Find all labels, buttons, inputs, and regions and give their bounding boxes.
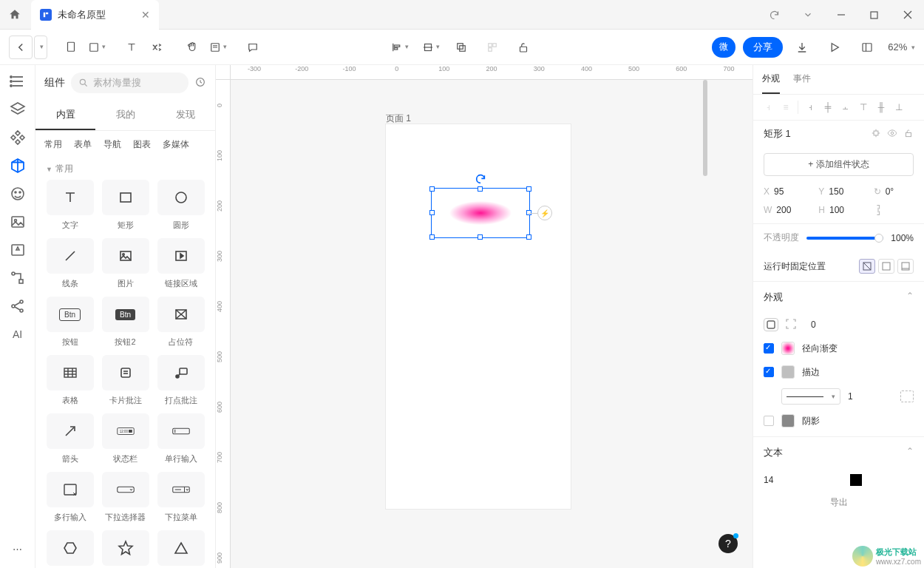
unlock-icon[interactable]	[512, 36, 535, 59]
align-hcenter-icon[interactable]: ╪	[821, 101, 835, 114]
arrange-icon[interactable]: ▾	[418, 36, 442, 59]
stroke-style-select[interactable]: ▾	[781, 388, 840, 405]
zoom-label[interactable]: 62% ▾	[888, 41, 915, 53]
scrollbar-thumb[interactable]	[703, 80, 707, 176]
align-left-icon[interactable]: ▾	[387, 36, 411, 59]
align-vcenter-icon[interactable]: ╫	[874, 101, 889, 114]
comp-circle[interactable]: 圆形	[157, 180, 205, 231]
collapse-icon[interactable]: ⌃	[906, 291, 914, 304]
assets-icon[interactable]	[9, 129, 27, 146]
align-bottom-icon[interactable]: ⊥	[891, 101, 906, 114]
back-button[interactable]	[9, 36, 33, 59]
comp-statusbar[interactable]: 12:00状态栏	[101, 413, 149, 464]
shadow-checkbox[interactable]	[764, 416, 774, 426]
align-right-icon[interactable]: ⫠	[838, 101, 853, 114]
cat-common[interactable]: 常用	[44, 138, 62, 151]
comp-line[interactable]: 线条	[46, 238, 94, 289]
resize-handle-s[interactable]	[478, 234, 483, 240]
document-tab[interactable]: 未命名原型 ✕	[31, 0, 159, 30]
chevron-down-icon[interactable]	[791, 0, 824, 30]
pos-x-field[interactable]: X95	[764, 186, 804, 197]
tab-close-icon[interactable]: ✕	[141, 9, 150, 21]
cat-chart[interactable]: 图表	[133, 138, 151, 151]
hand-tool-icon[interactable]	[180, 36, 204, 59]
constraints-icon[interactable]	[871, 128, 881, 141]
selected-widget[interactable]: ⚡	[432, 189, 529, 237]
text-tool-icon[interactable]	[120, 36, 143, 59]
collapse-text-icon[interactable]: ⌃	[906, 446, 914, 459]
comp-dropdown[interactable]: 下拉选择器	[101, 472, 149, 523]
minimize-icon[interactable]	[824, 0, 857, 30]
resize-handle-n[interactable]	[478, 186, 483, 192]
share-rail-icon[interactable]	[9, 297, 27, 315]
cat-media[interactable]: 多媒体	[163, 138, 189, 151]
width-field[interactable]: W200	[764, 204, 804, 216]
comp-placeholder[interactable]: 占位符	[157, 297, 205, 348]
new-page-icon[interactable]	[59, 36, 83, 59]
resize-handle-ne[interactable]	[526, 186, 531, 192]
canvas[interactable]: -300-200-1000100200300400500600700 01002…	[216, 65, 753, 568]
resize-handle-nw[interactable]	[429, 186, 435, 192]
tab-appearance[interactable]: 外观	[762, 65, 780, 94]
comp-dotnote[interactable]: 打点批注	[157, 355, 205, 406]
home-icon[interactable]	[0, 0, 30, 30]
comp-triangle[interactable]	[157, 530, 205, 568]
visibility-icon[interactable]	[887, 128, 897, 141]
resize-handle-sw[interactable]	[429, 234, 435, 240]
comp-text[interactable]: 文字	[46, 180, 94, 231]
shape-tool-icon[interactable]: ▾	[84, 36, 108, 59]
download-icon[interactable]	[790, 36, 814, 59]
fill-swatch[interactable]	[781, 342, 795, 355]
opacity-slider[interactable]	[806, 237, 883, 240]
comp-arrow[interactable]: 箭头	[46, 413, 94, 464]
connector-tool-icon[interactable]	[145, 36, 169, 59]
icon-rail-icon[interactable]	[9, 241, 27, 259]
link-wh-icon[interactable]	[874, 204, 914, 216]
emoji-icon[interactable]	[9, 185, 27, 203]
export-label[interactable]: 导出	[753, 492, 924, 513]
comp-hotspot[interactable]: 链接区域	[157, 238, 205, 289]
components-icon[interactable]	[9, 157, 27, 175]
panel-toggle-icon[interactable]	[855, 36, 879, 59]
rotate-field[interactable]: ↻0°	[874, 186, 914, 197]
comp-image[interactable]: 图片	[101, 238, 149, 289]
ai-rail-icon[interactable]: AI	[9, 325, 27, 343]
comp-cardnote[interactable]: 卡片批注	[101, 355, 149, 406]
comp-table[interactable]: 表格	[46, 355, 94, 406]
section-common[interactable]: ▼常用	[46, 158, 205, 180]
pos-y-field[interactable]: Y150	[818, 186, 858, 197]
stroke-width[interactable]: 1	[848, 391, 853, 402]
help-badge-icon[interactable]: ?	[719, 534, 738, 553]
boolean-icon[interactable]	[449, 36, 473, 59]
font-size-value[interactable]: 14	[764, 475, 773, 485]
fixed-toggle-1[interactable]	[859, 259, 875, 274]
note-tool-icon[interactable]: ▾	[205, 36, 229, 59]
connector-button-icon[interactable]: ⚡	[537, 206, 552, 220]
image-rail-icon[interactable]	[9, 213, 27, 231]
play-icon[interactable]	[823, 36, 846, 59]
radius-split-icon[interactable]	[786, 319, 798, 331]
history-icon[interactable]	[194, 76, 206, 90]
comp-button2[interactable]: Btn按钮2	[101, 297, 149, 348]
lock-icon[interactable]	[903, 128, 914, 141]
layers-icon[interactable]	[9, 101, 27, 118]
comp-star[interactable]	[101, 530, 149, 568]
fixed-toggle-3[interactable]	[897, 259, 914, 274]
rotate-handle-icon[interactable]	[475, 173, 486, 187]
align-top-icon[interactable]: ⊤	[856, 101, 871, 114]
tab-mine[interactable]: 我的	[95, 101, 155, 130]
flow-rail-icon[interactable]	[9, 269, 27, 287]
fixed-toggle-2[interactable]	[878, 259, 894, 274]
wei-button[interactable]: 微	[712, 37, 736, 58]
comp-button[interactable]: Btn按钮	[46, 297, 94, 348]
stroke-checkbox[interactable]	[764, 367, 774, 377]
refresh-icon[interactable]	[758, 0, 791, 30]
comment-tool-icon[interactable]	[241, 36, 265, 59]
maximize-icon[interactable]	[857, 0, 891, 30]
comp-multiinput[interactable]: 多行输入	[46, 472, 94, 523]
comp-rect[interactable]: 矩形	[101, 180, 149, 231]
radius-shape-icon[interactable]	[764, 318, 778, 331]
stroke-position-icon[interactable]	[900, 390, 914, 402]
radius-value[interactable]: 0	[811, 320, 816, 330]
text-color-swatch[interactable]	[850, 474, 862, 486]
